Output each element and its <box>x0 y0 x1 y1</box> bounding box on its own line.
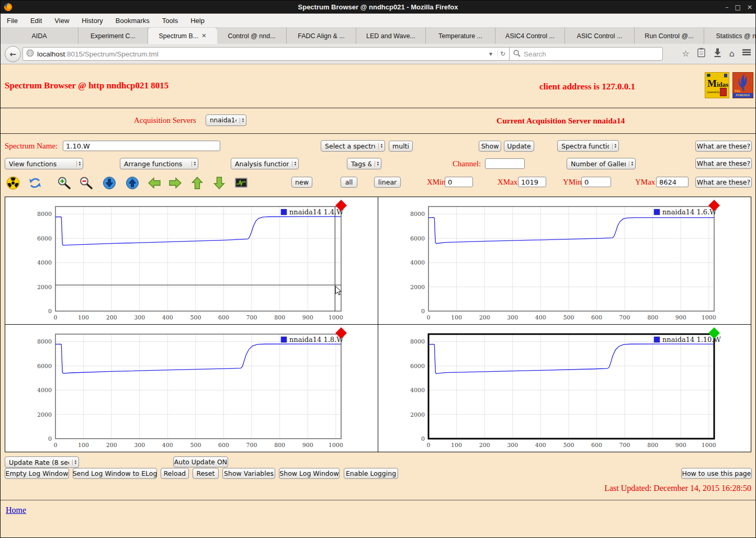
menu-view[interactable]: View <box>54 17 69 25</box>
zoom-in-icon[interactable] <box>57 176 72 190</box>
tab-temperature[interactable]: Temperature ... <box>426 28 495 44</box>
divider <box>1 108 755 108</box>
reload-button[interactable]: Reload <box>161 468 189 479</box>
spectrum-chart-nnaida14-1-8-W[interactable]: 0100200300400500600700800900100002000400… <box>5 325 378 451</box>
arrange-functions-dropdown[interactable]: Arrange functions ▴▾ <box>120 158 198 169</box>
bookmark-star-icon[interactable]: ☆ <box>682 49 690 59</box>
update-button[interactable]: Update <box>504 141 534 152</box>
url-bar[interactable]: localhost:8015/Spectrum/Spectrum.tml ▾ ↻ <box>22 47 511 61</box>
bookmarks-list-icon[interactable] <box>697 48 706 60</box>
how-to-use-button[interactable]: How to use this page <box>681 468 752 479</box>
radioactive-icon[interactable] <box>6 176 20 190</box>
tab-asic4-control[interactable]: ASIC4 Control ... <box>495 28 565 44</box>
tags-fits-dropdown[interactable]: Tags & Fits ▴▾ <box>347 158 381 169</box>
tab-control[interactable]: Control @ nnd... <box>217 28 287 44</box>
search-input[interactable]: Search <box>509 47 663 61</box>
spectrum-name-input[interactable] <box>63 141 220 151</box>
home-icon[interactable]: ⌂ <box>729 49 735 59</box>
menu-history[interactable]: History <box>82 17 103 25</box>
enable-logging-button[interactable]: Enable Logging <box>344 468 398 479</box>
xmax-input[interactable] <box>518 177 546 187</box>
svg-text:2000: 2000 <box>410 411 425 418</box>
channel-input[interactable] <box>485 158 525 169</box>
linear-button[interactable]: linear <box>374 177 401 188</box>
analysis-functions-dropdown[interactable]: Analysis functions ▴▾ <box>231 158 299 169</box>
menu-edit[interactable]: Edit <box>30 17 42 25</box>
multi-button[interactable]: multi <box>389 141 413 152</box>
menu-file[interactable]: File <box>7 17 18 25</box>
tab-statistics[interactable]: Statistics @ n... <box>704 28 756 44</box>
arrow-right-icon[interactable] <box>168 176 183 190</box>
svg-text:4000: 4000 <box>37 259 52 266</box>
xmin-input[interactable] <box>445 177 473 187</box>
minimize-icon[interactable]: – <box>726 4 729 11</box>
what-are-these-button-1[interactable]: What are these? <box>695 141 752 152</box>
tab-run-control[interactable]: Run Control @... <box>635 28 704 44</box>
svg-text:200: 200 <box>106 442 117 449</box>
home-link[interactable]: Home <box>6 506 26 515</box>
downloads-icon[interactable] <box>713 48 722 60</box>
current-server-label: Current Acquisition Server nnaida14 <box>497 116 625 125</box>
all-button[interactable]: all <box>341 177 357 188</box>
refresh-icon[interactable] <box>28 176 42 190</box>
tab-fadc-align[interactable]: FADC Align & ... <box>287 28 356 44</box>
url-path: :8015/Spectrum/Spectrum.tml <box>65 50 159 58</box>
new-button[interactable]: new <box>291 177 312 188</box>
client-address: client address is 127.0.0.1 <box>539 82 635 92</box>
update-rate-dropdown[interactable]: Update Rate (8 secs) ▴▾ <box>5 456 79 468</box>
menu-help[interactable]: Help <box>190 17 205 25</box>
acquisition-server-select[interactable]: nnaida14 ▴▾ <box>206 115 246 126</box>
arrow-down-icon[interactable] <box>212 176 227 190</box>
url-dropdown-icon[interactable]: ▾ <box>487 50 494 58</box>
arrow-up-icon[interactable] <box>190 176 205 190</box>
ymax-input[interactable] <box>656 177 689 187</box>
expand-up-icon[interactable] <box>125 176 140 190</box>
view-functions-dropdown[interactable]: View functions ▴▾ <box>5 158 83 169</box>
spectrum-cell-1-8-w[interactable]: 0100200300400500600700800900100002000400… <box>5 325 378 452</box>
spectrum-chart-nnaida14-1-4-W[interactable]: 0100200300400500600700800900100002000400… <box>5 197 378 324</box>
zoom-out-icon[interactable] <box>79 176 94 190</box>
back-button[interactable]: ← <box>5 46 21 62</box>
ymin-input[interactable] <box>581 177 611 187</box>
what-are-these-button-2[interactable]: What are these? <box>695 158 752 169</box>
number-of-galleries-dropdown[interactable]: Number of Galleries ▴▾ <box>567 158 636 169</box>
svg-text:600: 600 <box>218 314 229 321</box>
expand-down-icon[interactable] <box>102 176 117 190</box>
tab-led-and-wave[interactable]: LED and Wave... <box>356 28 426 44</box>
empty-log-window-button[interactable]: Empty Log Window <box>5 468 69 479</box>
spectrum-chart-nnaida14-1-6-W[interactable]: 0100200300400500600700800900100002000400… <box>378 197 751 324</box>
menu-tools[interactable]: Tools <box>162 17 178 25</box>
tab-spectrum-browser[interactable]: Spectrum B...✕ <box>148 28 217 44</box>
send-log-to-elog-button[interactable]: Send Log Window to ELog <box>73 468 157 479</box>
midas-logo[interactable]: Midas powered by <box>705 72 729 98</box>
maximize-icon[interactable]: □ <box>735 4 741 11</box>
hamburger-menu-icon[interactable] <box>742 48 751 59</box>
arrow-left-icon[interactable] <box>147 176 162 190</box>
show-button[interactable]: Show <box>479 141 501 152</box>
svg-text:100: 100 <box>78 314 89 321</box>
svg-text:0: 0 <box>426 314 430 321</box>
select-spectrum-dropdown[interactable]: Select a spectrum ▴▾ <box>321 140 385 152</box>
spectrum-chart-nnaida14-1-10-W[interactable]: 0100200300400500600700800900100002000400… <box>378 325 751 451</box>
spectra-functions-dropdown[interactable]: Spectra functions ▴▾ <box>557 140 619 152</box>
tab-aida[interactable]: AIDA <box>1 28 78 44</box>
oscilloscope-display-icon[interactable] <box>234 176 249 190</box>
tcl-powered-logo[interactable]: TCL POWERED <box>732 72 753 98</box>
reload-icon[interactable]: ↻ <box>498 50 507 58</box>
spectrum-cell-1-6-w[interactable]: 0100200300400500600700800900100002000400… <box>378 197 751 325</box>
close-icon[interactable]: ✕ <box>747 4 752 11</box>
auto-update-button[interactable]: Auto Update ON <box>173 456 228 467</box>
what-are-these-button-3[interactable]: What are these? <box>695 177 752 188</box>
spectrum-cell-1-10-w[interactable]: 0100200300400500600700800900100002000400… <box>378 325 751 452</box>
spectrum-cell-1-4-w[interactable]: 0100200300400500600700800900100002000400… <box>5 197 378 325</box>
svg-text:4000: 4000 <box>410 387 425 394</box>
show-variables-button[interactable]: Show Variables <box>222 468 275 479</box>
show-log-window-button[interactable]: Show Log Window <box>279 468 340 479</box>
svg-text:100: 100 <box>451 442 462 449</box>
close-tab-icon[interactable]: ✕ <box>201 32 206 39</box>
tab-experiment-control[interactable]: Experiment C... <box>78 28 148 44</box>
menu-bookmarks[interactable]: Bookmarks <box>116 17 150 25</box>
svg-text:0: 0 <box>426 442 430 449</box>
tab-asic-control[interactable]: ASIC Control ... <box>565 28 635 44</box>
reset-button[interactable]: Reset <box>193 468 219 479</box>
